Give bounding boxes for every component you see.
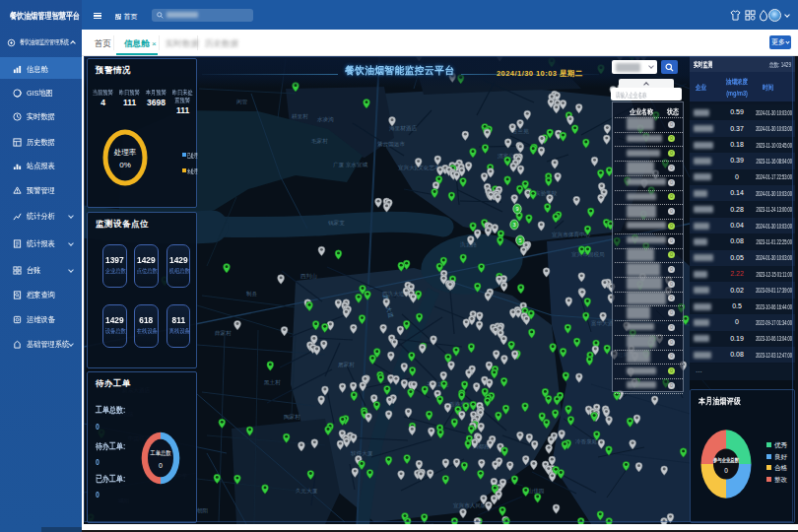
svg-text:制县: 制县 — [246, 291, 258, 298]
svg-text:处理率: 处理率 — [113, 148, 137, 157]
svg-text:海里材酒店: 海里材酒店 — [389, 125, 417, 132]
svg-text:软件大厦: 软件大厦 — [351, 450, 373, 457]
svg-text:西判山: 西判山 — [300, 273, 317, 280]
svg-text:耕里村: 耕里村 — [292, 113, 308, 120]
svg-text:工单总数: 工单总数 — [150, 449, 171, 456]
svg-text:0%: 0% — [119, 161, 131, 169]
svg-text:陶家村: 陶家村 — [284, 414, 300, 421]
svg-text:钱家支: 钱家支 — [327, 220, 345, 227]
svg-text:9: 9 — [515, 206, 518, 212]
svg-text:朝阳: 朝阳 — [197, 507, 208, 514]
svg-text:闲管: 闲管 — [236, 99, 248, 105]
svg-text:屠家村: 屠家村 — [338, 362, 355, 368]
svg-text:实验学校: 实验学校 — [535, 190, 558, 197]
svg-text:毛家村: 毛家村 — [311, 138, 328, 145]
svg-text:紫云国远市: 紫云国远市 — [377, 141, 405, 147]
svg-text:0: 0 — [724, 467, 728, 474]
svg-text:久元大厦: 久元大厦 — [296, 488, 318, 495]
svg-text:参与企业总数: 参与企业总数 — [712, 457, 739, 464]
svg-text:5: 5 — [518, 237, 521, 243]
svg-text:0: 0 — [159, 462, 163, 469]
svg-text:水凌沟: 水凌沟 — [316, 116, 334, 123]
svg-text:3: 3 — [512, 222, 515, 228]
svg-text:黑土村: 黑土村 — [264, 379, 281, 386]
svg-text:宜兴市体育中心: 宜兴市体育中心 — [552, 232, 591, 237]
svg-text:广厦 京水宜城: 广厦 京水宜城 — [333, 162, 368, 168]
svg-text:冷香泉庭: 冷香泉庭 — [575, 438, 598, 445]
svg-text:薛家村: 薛家村 — [215, 330, 232, 337]
